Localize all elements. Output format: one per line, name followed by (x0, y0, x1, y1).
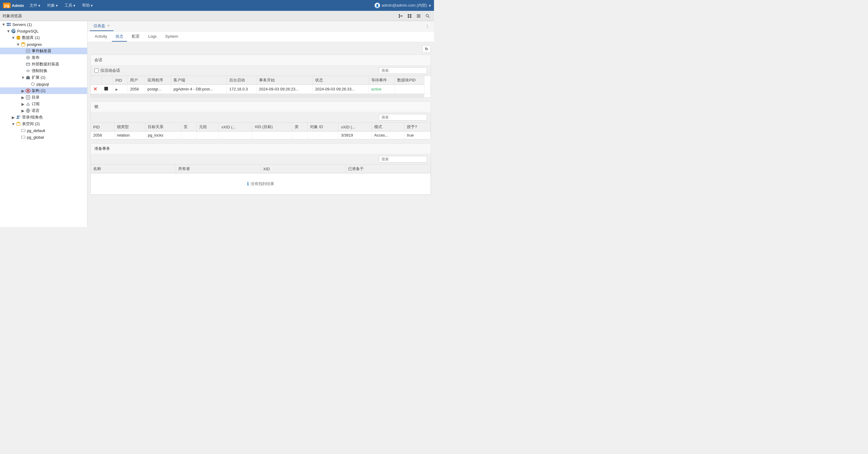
svg-rect-9 (417, 14, 421, 15)
publish-label: 发布 (32, 55, 39, 60)
sidebar-item-databases[interactable]: ▼ 数据库 (1) (0, 34, 87, 41)
col-blocking-pid: 数据块PID (395, 76, 424, 85)
menu-file[interactable]: 文件 ▾ (27, 1, 43, 9)
terminate-session-icon[interactable]: ✕ (93, 87, 97, 92)
svg-point-37 (19, 116, 21, 117)
sidebar-item-pg-global[interactable]: ▶ pg_global (0, 134, 87, 140)
sidebar-item-plpgsql[interactable]: ▶ plpgsql (0, 81, 87, 88)
tab-dashboard-label: 仪表盘 (93, 23, 105, 29)
svg-rect-5 (408, 14, 409, 16)
locks-search-input[interactable] (379, 114, 427, 121)
sidebar-item-pg-default[interactable]: ▶ pg_default (0, 127, 87, 134)
sessions-scrollbar-row (91, 94, 431, 97)
expand-ts-icon: ▼ (11, 122, 16, 126)
sidebar-item-catalog[interactable]: ▶ 目录 (0, 94, 87, 101)
subtab-status[interactable]: 状态 (112, 32, 127, 42)
sidebar-item-cast[interactable]: ▶ 强制转换 (0, 67, 87, 74)
expand-postgres-icon: ▼ (16, 42, 21, 47)
col-state: 状态 (312, 76, 369, 85)
tab-close-icon[interactable]: ✕ (107, 24, 110, 28)
sidebar-item-postgresql[interactable]: ▼ PG PostgreSQL (0, 28, 87, 34)
subscriptions-label: 订阅 (32, 101, 39, 107)
user-menu-chevron[interactable]: ▾ (429, 3, 431, 8)
svg-rect-7 (408, 16, 409, 18)
svg-rect-8 (410, 16, 411, 18)
topbar-left: pgAdmin 文件 ▾ 对象 ▾ 工具 ▾ 帮助 ▾ (3, 1, 96, 9)
databases-label: 数据库 (1) (22, 35, 40, 40)
sidebar-item-extensions[interactable]: ▼ 扩展 (1) (0, 74, 87, 81)
sidebar-item-schemas[interactable]: ▶ 架构 (1) (0, 88, 87, 94)
sidebar-item-subscriptions[interactable]: ▶ 订阅 (0, 101, 87, 107)
only-active-checkbox-label[interactable]: 仅活动会话 (94, 68, 120, 73)
sessions-search-input[interactable] (379, 67, 427, 74)
lock-classid (292, 131, 308, 139)
cast-icon (25, 68, 31, 73)
svg-rect-40 (22, 129, 25, 132)
prepared-tx-table-scroll[interactable]: 名称 所有者 XID 已准备于 ℹ 没有 (91, 165, 431, 194)
expand-servers-icon: ▼ (1, 22, 6, 27)
session-client: 172.18.0.3 (227, 85, 256, 94)
sidebar-item-language[interactable]: ▶ 语言 (0, 107, 87, 114)
sessions-toolbar: 仅活动会话 (91, 65, 431, 76)
sidebar-item-tablespaces[interactable]: ▼ 表空间 (2) (0, 121, 87, 127)
details-view-icon[interactable] (415, 12, 423, 20)
user-label: admin@admin.com (内部) (382, 3, 427, 8)
prepared-tx-section: 准备事务 名称 所有者 XID 已准备于 (91, 143, 431, 195)
expand-session-icon[interactable]: ▶ (116, 88, 118, 91)
expand-db-icon: ▼ (11, 35, 16, 40)
menu-tools[interactable]: 工具 ▾ (62, 1, 79, 9)
lock-locktype: relation (114, 131, 145, 139)
lock-col-pid: PID (91, 123, 114, 131)
pg-default-label: pg_default (27, 128, 45, 133)
subtab-activity[interactable]: Activity (91, 32, 111, 41)
col-wait-event: 等待事件 (369, 76, 395, 85)
login-groups-icon (16, 115, 21, 120)
object-browser-title: 对象浏览器 (2, 13, 22, 19)
subtab-config[interactable]: 配置 (128, 32, 143, 42)
svg-rect-31 (26, 96, 30, 99)
tab-bar: 仪表盘 ✕ ⋮ (88, 21, 434, 31)
locks-table-scroll[interactable]: PID 锁类型 目标关系 页 元组 vXID (... XID (目标) 类 对… (91, 123, 431, 139)
publish-icon (25, 55, 31, 60)
catalog-label: 目录 (32, 95, 39, 100)
expand-et-icon: ▶ (21, 48, 25, 53)
subtab-system[interactable]: System (161, 32, 182, 41)
tab-more-btn[interactable]: ⋮ (423, 21, 432, 31)
sessions-table-scroll[interactable]: PID 用户 应用程序 客户端 后台启动 事务开始 状态 等待事件 数据块PID (91, 76, 431, 97)
prepared-tx-no-results-row: ℹ 没有找到结果 (91, 173, 431, 194)
sessions-scrollbar-area[interactable] (91, 94, 424, 97)
prepared-tx-no-results: ℹ 没有找到结果 (91, 173, 431, 194)
sidebar-item-servers[interactable]: ▼ Servers (1) (0, 21, 87, 28)
sidebar-item-publish[interactable]: ▶ 发布 (0, 54, 87, 61)
sidebar-item-event-triggers[interactable]: ▶ 事件触发器 (0, 47, 87, 54)
topbar-right: 👤 admin@admin.com (内部) ▾ (375, 3, 431, 8)
sidebar-item-postgres[interactable]: ▼ postgres (0, 41, 87, 47)
lock-col-granted: 授予? (404, 123, 431, 131)
databases-icon (16, 35, 21, 40)
pg-default-icon (21, 128, 26, 133)
search-icon[interactable] (424, 12, 432, 20)
app-logo: pgAdmin (3, 3, 24, 8)
user-avatar-icon: 👤 (375, 3, 380, 8)
menu-object[interactable]: 对象 ▾ (44, 1, 61, 9)
tree-view-icon[interactable] (397, 12, 404, 20)
grid-view-icon[interactable] (406, 12, 413, 20)
prepared-tx-search-input[interactable] (379, 156, 427, 162)
topbar-menu: 文件 ▾ 对象 ▾ 工具 ▾ 帮助 ▾ (27, 1, 96, 9)
fdw-label: 外部数据封装器 (32, 62, 59, 67)
sessions-toolbar-left: 仅活动会话 (94, 68, 120, 73)
only-active-checkbox[interactable] (94, 68, 99, 73)
lock-relation: pg_locks (145, 131, 181, 139)
tab-dashboard[interactable]: 仪表盘 ✕ (90, 21, 114, 31)
subtab-logs[interactable]: Logs (145, 32, 160, 41)
menu-help[interactable]: 帮助 ▾ (79, 1, 96, 9)
svg-point-16 (10, 23, 10, 24)
stop-session-icon[interactable] (104, 87, 108, 91)
schemas-icon (25, 88, 31, 93)
sidebar-item-fdw[interactable]: ▶ 外部数据封装器 (0, 61, 87, 67)
locks-header: 锁 (91, 102, 431, 112)
session-stop-cell (102, 85, 113, 94)
refresh-button[interactable]: ↻ (422, 45, 431, 53)
ptx-col-name: 名称 (91, 165, 176, 173)
sidebar-item-login-groups[interactable]: ▶ 登录/组角色 (0, 114, 87, 121)
